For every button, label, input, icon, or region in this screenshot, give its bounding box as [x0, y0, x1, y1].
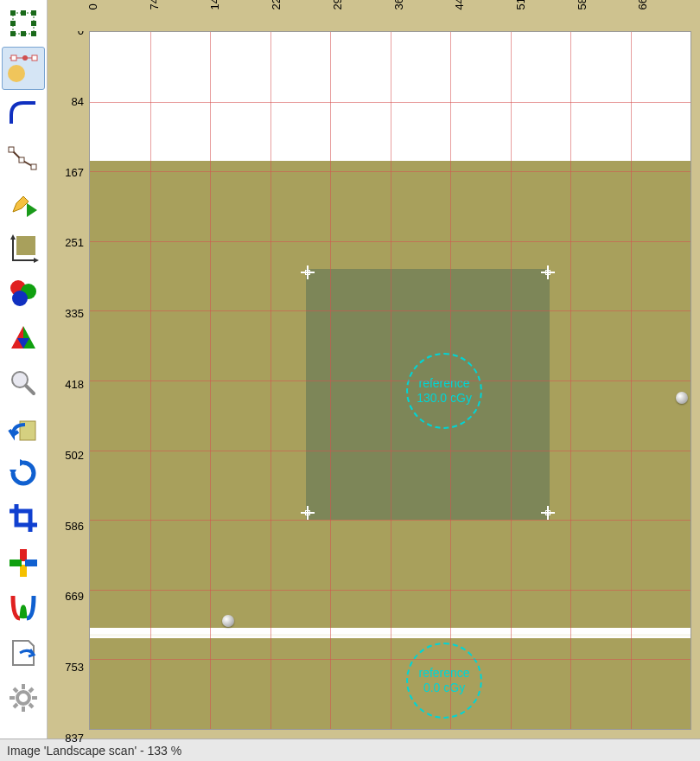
undo-page-icon: [8, 412, 39, 444]
svg-point-20: [12, 291, 28, 306]
x-tick-label: 589: [575, 0, 588, 10]
svg-point-9: [8, 65, 25, 82]
tool-crop[interactable]: [2, 496, 45, 540]
svg-rect-16: [31, 164, 36, 169]
svg-rect-14: [9, 147, 14, 152]
tool-rgb-spheres[interactable]: [2, 272, 45, 315]
x-tick-label: 736: [697, 0, 701, 10]
svg-rect-6: [10, 31, 16, 36]
svg-rect-4: [10, 21, 16, 26]
ruler-corner: [48, 0, 89, 31]
app-root: 074147221294368442515589663736 084167251…: [0, 0, 700, 761]
svg-rect-5: [31, 21, 36, 26]
y-tick-label: 167: [65, 166, 84, 179]
svg-rect-8: [31, 31, 36, 36]
y-tick-label: 753: [65, 661, 84, 674]
tool-gear[interactable]: [2, 676, 45, 719]
rgb-prism-icon: [8, 323, 39, 354]
status-text: Image 'Landscape scan' - 133 %: [7, 744, 181, 758]
points-tool-icon: [6, 51, 41, 86]
svg-point-28: [17, 692, 29, 704]
plot-area[interactable]: reference 130.0 cGy reference 0.0 cGy: [89, 31, 691, 730]
grid-line-h: [90, 520, 690, 521]
y-tick-label: 84: [72, 95, 84, 108]
y-tick-label: 586: [65, 520, 84, 533]
tool-rgb-curves[interactable]: [2, 586, 45, 630]
svg-rect-27: [25, 560, 37, 566]
svg-rect-26: [10, 560, 22, 566]
ruler-top: 074147221294368442515589663736: [89, 0, 700, 31]
svg-line-35: [14, 704, 17, 707]
svg-line-34: [29, 704, 33, 707]
tool-pencil-play[interactable]: [2, 182, 45, 225]
y-tick-label: 837: [65, 732, 84, 745]
main-row: 074147221294368442515589663736 084167251…: [0, 0, 700, 739]
svg-rect-11: [11, 55, 16, 61]
svg-rect-7: [21, 31, 26, 36]
line-nodes-icon: [8, 143, 39, 174]
gear-icon: [8, 682, 39, 713]
svg-rect-1: [10, 10, 16, 16]
canvas-area[interactable]: 074147221294368442515589663736 084167251…: [48, 0, 700, 739]
tool-plus-color[interactable]: [2, 541, 45, 585]
x-tick-label: 515: [513, 0, 526, 10]
tool-export-page[interactable]: [2, 631, 45, 675]
fiducial-dot-right: [676, 392, 688, 404]
tool-line-nodes[interactable]: [2, 137, 45, 180]
tool-undo-page[interactable]: [2, 406, 45, 450]
x-tick-label: 74: [147, 0, 160, 10]
x-tick-label: 221: [270, 0, 283, 10]
y-tick-label: 418: [65, 378, 84, 391]
rotate-cycle-icon: [8, 457, 39, 489]
fiducial-dot-left: [222, 615, 234, 627]
rgb-curves-icon: [8, 592, 39, 624]
tool-rgb-prism[interactable]: [2, 317, 45, 360]
curve-tool-icon: [8, 98, 39, 129]
x-tick-label: 368: [391, 0, 404, 10]
svg-line-36: [29, 688, 33, 692]
image-axis-icon: [8, 233, 39, 264]
magnifier-icon: [8, 368, 39, 399]
tool-grid-handles[interactable]: [2, 2, 45, 45]
y-tick-label: 502: [65, 449, 84, 462]
grid-line-h: [90, 380, 690, 381]
grid-handles-icon: [9, 9, 38, 38]
toolbar: [0, 0, 48, 739]
svg-rect-24: [20, 549, 27, 561]
svg-line-33: [14, 688, 17, 692]
tool-curve[interactable]: [2, 92, 45, 135]
grid-line-h: [90, 102, 690, 103]
dose-region: [306, 269, 549, 520]
grid-line-h: [90, 659, 690, 660]
tool-rotate-cycle[interactable]: [2, 451, 45, 495]
rgb-spheres-icon: [8, 278, 39, 309]
x-tick-label: 147: [208, 0, 221, 10]
grid-line-h: [90, 451, 690, 451]
grid-line-h: [90, 171, 690, 172]
grid-line-h: [90, 310, 690, 311]
x-tick-label: 663: [636, 0, 649, 10]
svg-rect-17: [16, 236, 35, 255]
x-tick-label: 442: [453, 0, 466, 10]
svg-rect-2: [21, 10, 26, 16]
svg-rect-3: [31, 10, 36, 16]
tool-image-axis[interactable]: [2, 227, 45, 270]
svg-point-12: [22, 55, 28, 61]
tool-points[interactable]: [2, 47, 45, 90]
ruler-left: 084167251335418502586669753837: [48, 31, 89, 739]
export-page-icon: [8, 637, 39, 668]
grid-line-h: [90, 590, 690, 591]
y-tick-label: 335: [65, 307, 84, 320]
svg-rect-15: [19, 157, 24, 163]
svg-rect-0: [13, 13, 34, 34]
status-bar: Image 'Landscape scan' - 133 %: [0, 739, 700, 761]
plus-color-icon: [8, 547, 39, 579]
svg-rect-13: [32, 55, 37, 61]
x-tick-label: 294: [330, 0, 343, 10]
svg-line-22: [26, 386, 34, 393]
tool-magnifier[interactable]: [2, 361, 45, 405]
y-tick-label: 669: [65, 590, 84, 603]
grid-line-h: [90, 241, 690, 242]
svg-rect-25: [20, 565, 27, 577]
y-tick-label: 251: [65, 236, 84, 249]
